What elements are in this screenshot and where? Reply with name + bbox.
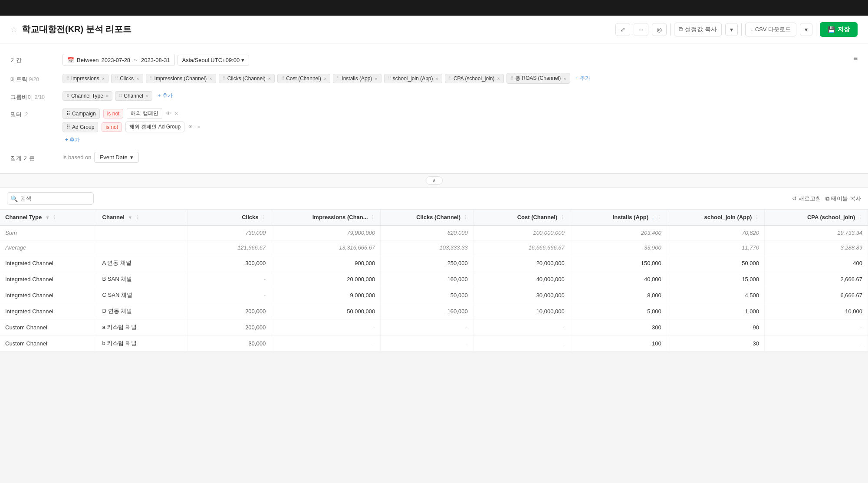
drag-handle: ⠿ bbox=[150, 76, 153, 81]
menu-cpa-icon[interactable]: ⋮ bbox=[858, 215, 862, 220]
remove-groupby-channel-type[interactable]: × bbox=[106, 93, 108, 99]
remove-groupby-channel[interactable]: × bbox=[146, 93, 148, 99]
remove-metric-cost-channel[interactable]: × bbox=[324, 76, 326, 81]
cell-impressions: 50,000,000 bbox=[271, 303, 381, 319]
cell-clicks: 200,000 bbox=[187, 319, 271, 335]
cell-clicks: 30,000 bbox=[187, 335, 271, 352]
remove-metric-school-join[interactable]: × bbox=[436, 76, 438, 81]
star-icon[interactable]: ☆ bbox=[10, 25, 17, 34]
filter-label: 필터 2 bbox=[10, 108, 62, 118]
menu-school-icon[interactable]: ⋮ bbox=[754, 215, 759, 220]
th-cost-ch: Cost (Channel) ⋮ bbox=[473, 210, 570, 225]
sum-impressions: 79,900,000 bbox=[271, 225, 381, 240]
remove-metric-impressions[interactable]: × bbox=[102, 76, 105, 81]
csv-dropdown-arrow[interactable]: ▾ bbox=[725, 23, 738, 36]
filter-field-campaign[interactable]: ⠿ Campaign bbox=[62, 108, 100, 119]
cell-cpa: 6,666.67 bbox=[764, 287, 868, 303]
filter-channel-icon[interactable]: ▼ bbox=[128, 215, 133, 220]
csv-download-button[interactable]: ↓ CSV 다운로드 bbox=[745, 23, 796, 36]
th-channel-type: Channel Type ▼ ⋮ bbox=[0, 210, 97, 225]
timezone-selector[interactable]: Asia/Seoul UTC+09:00 ▾ bbox=[178, 55, 250, 66]
menu-channel-type-icon[interactable]: ⋮ bbox=[52, 215, 57, 220]
add-filter-button[interactable]: + 추가 bbox=[62, 135, 82, 145]
filter-edit-adgroup[interactable]: 👁 bbox=[188, 124, 194, 130]
avg-installs: 33,900 bbox=[570, 240, 667, 255]
cell-school: 90 bbox=[667, 319, 764, 335]
menu-channel-icon[interactable]: ⋮ bbox=[135, 215, 140, 220]
sum-row: Sum 730,000 79,900,000 620,000 100,000,0… bbox=[0, 225, 868, 240]
sort-installs-icon[interactable]: ↓ bbox=[652, 215, 654, 220]
csv-arrow-button[interactable]: ▾ bbox=[800, 23, 812, 36]
cell-channel-type: Custom Channel bbox=[0, 319, 97, 335]
watch-button[interactable]: ◎ bbox=[652, 23, 667, 36]
filter-remove-campaign[interactable]: × bbox=[175, 110, 178, 117]
add-metric-button[interactable]: + 추가 bbox=[573, 73, 593, 83]
filter-field-adgroup[interactable]: ⠿ Ad Group bbox=[62, 122, 98, 132]
remove-metric-installs[interactable]: × bbox=[375, 76, 377, 81]
cell-channel-type: Integrated Channel bbox=[0, 271, 97, 287]
remove-metric-roas[interactable]: × bbox=[563, 76, 566, 81]
search-wrap: 🔍 bbox=[7, 192, 94, 205]
th-school-join: school_join (App) ⋮ bbox=[667, 210, 764, 225]
date-range-selector[interactable]: 📅 Between 2023-07-28 ～ 2023-08-31 bbox=[62, 54, 175, 66]
aggregate-row: 집계 기준 is based on Event Date ▾ bbox=[10, 148, 858, 166]
share-button[interactable]: ⤢ bbox=[615, 23, 630, 36]
cell-channel: C SAN 채널 bbox=[97, 287, 187, 303]
filter-item-adgroup: ⠿ Ad Group is not 해외 캠페인 Ad Group 👁 × bbox=[62, 122, 201, 132]
th-installs: Installs (App) ↓ ⋮ bbox=[570, 210, 667, 225]
remove-metric-impressions-channel[interactable]: × bbox=[209, 76, 212, 81]
groupby-label: 그룹바이 2/10 bbox=[10, 91, 62, 101]
cell-installs: 5,000 bbox=[570, 303, 667, 319]
copy-table-button[interactable]: ⧉ 테이블 복사 bbox=[825, 195, 861, 203]
cell-clicks-ch: 250,000 bbox=[381, 255, 473, 271]
cell-clicks-ch: - bbox=[381, 335, 473, 352]
settings-icon[interactable]: ≡ bbox=[854, 54, 858, 62]
add-groupby-button[interactable]: + 추가 bbox=[155, 91, 175, 101]
filter-drag-handle: ⠿ bbox=[66, 111, 70, 117]
filter-remove-adgroup[interactable]: × bbox=[197, 124, 201, 130]
filter-channel-type-icon[interactable]: ▼ bbox=[45, 215, 50, 220]
refresh-button[interactable]: ↺ 새로고침 bbox=[792, 195, 821, 203]
cell-impressions: 900,000 bbox=[271, 255, 381, 271]
filter-drag-handle2: ⠿ bbox=[66, 124, 70, 130]
filter-op-adgroup[interactable]: is not bbox=[102, 122, 122, 132]
filter-val-adgroup[interactable]: 해외 캠페인 Ad Group bbox=[125, 122, 184, 132]
menu-clicks-icon[interactable]: ⋮ bbox=[261, 215, 266, 220]
avg-school: 11,770 bbox=[667, 240, 764, 255]
cell-school: 30 bbox=[667, 335, 764, 352]
remove-metric-cpa[interactable]: × bbox=[497, 76, 500, 81]
cell-clicks-ch: 160,000 bbox=[381, 303, 473, 319]
toolbar-right: ↺ 새로고침 ⧉ 테이블 복사 bbox=[792, 195, 861, 203]
menu-clicks-ch-icon[interactable]: ⋮ bbox=[463, 215, 468, 220]
filter-val-campaign[interactable]: 해외 캠페인 bbox=[127, 108, 162, 119]
cell-clicks: 300,000 bbox=[187, 255, 271, 271]
config-panel: 기간 📅 Between 2023-07-28 ～ 2023-08-31 Asi… bbox=[0, 43, 868, 174]
search-input[interactable] bbox=[7, 192, 94, 205]
metric-tag-clicks-channel: ⠿ Clicks (Channel) × bbox=[219, 74, 275, 83]
collapse-button[interactable]: ∧ bbox=[426, 176, 443, 185]
metric-tag-cost-channel: ⠿ Cost (Channel) × bbox=[277, 74, 330, 83]
cell-cost: - bbox=[473, 335, 570, 352]
aggregate-selector[interactable]: Event Date ▾ bbox=[94, 152, 139, 163]
remove-metric-clicks-channel[interactable]: × bbox=[268, 76, 271, 81]
settings-copy-button[interactable]: ⧉ 설정값 복사 bbox=[674, 23, 722, 36]
filter-op-campaign[interactable]: is not bbox=[103, 109, 124, 118]
sum-clicks-ch: 620,000 bbox=[381, 225, 473, 240]
menu-installs-icon[interactable]: ⋮ bbox=[657, 215, 661, 220]
save-button[interactable]: 💾 저장 bbox=[820, 22, 858, 37]
menu-cost-icon[interactable]: ⋮ bbox=[560, 215, 565, 220]
page-title: 학교대항전(KR) 분석 리포트 bbox=[22, 23, 615, 35]
metric-tag-impressions-channel: ⠿ Impressions (Channel) × bbox=[146, 74, 216, 83]
groupby-tag-channel-type: ⠿ Channel Type × bbox=[62, 91, 112, 101]
groupby-tag-channel: ⠿ Channel × bbox=[115, 91, 152, 101]
filter-edit-campaign[interactable]: 👁 bbox=[166, 110, 171, 117]
sum-clicks: 730,000 bbox=[187, 225, 271, 240]
metric-tag-impressions: ⠿ Impressions × bbox=[62, 74, 108, 83]
cell-school: 1,000 bbox=[667, 303, 764, 319]
menu-impressions-icon[interactable]: ⋮ bbox=[370, 215, 375, 220]
more-button[interactable]: ··· bbox=[634, 23, 648, 36]
cell-installs: 100 bbox=[570, 335, 667, 352]
cell-impressions: 20,000,000 bbox=[271, 271, 381, 287]
avg-clicks: 121,666.67 bbox=[187, 240, 271, 255]
remove-metric-clicks[interactable]: × bbox=[136, 76, 139, 81]
